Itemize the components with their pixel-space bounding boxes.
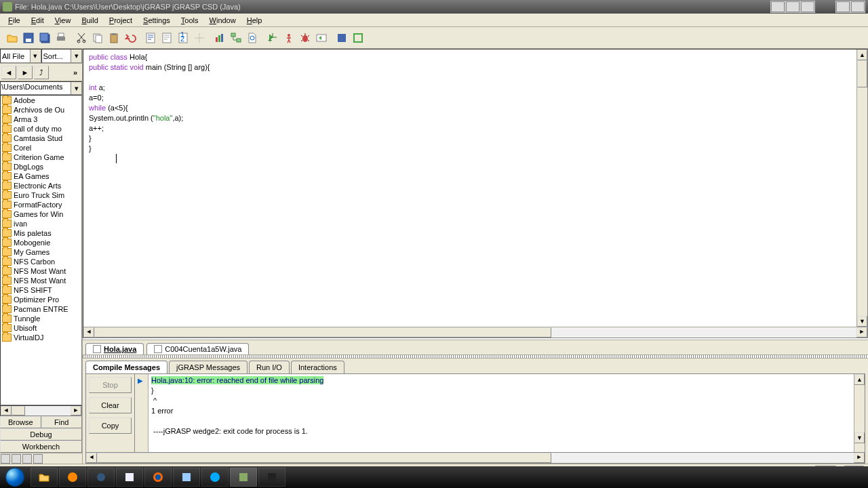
task-media[interactable] bbox=[59, 468, 86, 487]
task-notes[interactable] bbox=[116, 468, 143, 487]
cut-icon[interactable] bbox=[73, 30, 90, 46]
browse-button[interactable]: Browse bbox=[0, 416, 41, 428]
task-skype[interactable] bbox=[201, 468, 229, 487]
minimize-button[interactable]: _ bbox=[771, 1, 785, 12]
find-button[interactable]: Find bbox=[41, 416, 83, 428]
tree-item[interactable]: NFS Most Want bbox=[1, 276, 81, 285]
close-button[interactable]: ✕ bbox=[801, 1, 814, 12]
workbench-button[interactable]: Workbench bbox=[0, 441, 82, 453]
tree-item[interactable]: VirtualDJ bbox=[1, 333, 81, 342]
tree-item[interactable]: call of duty mo bbox=[1, 124, 81, 134]
path-input[interactable]: \Users\Documents▾ bbox=[0, 81, 82, 95]
tree-item[interactable]: Electronic Arts bbox=[1, 181, 81, 190]
menu-edit[interactable]: Edit bbox=[26, 15, 50, 26]
cpg-icon[interactable] bbox=[212, 30, 228, 46]
uml-icon[interactable] bbox=[228, 30, 244, 46]
status-icon[interactable] bbox=[33, 454, 43, 464]
tree-item[interactable]: Optimizer Pro bbox=[1, 295, 81, 304]
folder-tree[interactable]: AdobeArchivos de OuArma 3call of duty mo… bbox=[0, 95, 82, 405]
menu-help[interactable]: Help bbox=[241, 15, 268, 26]
status-icon[interactable] bbox=[12, 454, 21, 464]
tab-run-io[interactable]: Run I/O bbox=[249, 361, 290, 373]
task-explorer[interactable] bbox=[31, 468, 58, 487]
messages-vscroll[interactable]: ▲▼ bbox=[854, 374, 865, 452]
interactions-icon[interactable] bbox=[350, 30, 366, 46]
clear-button[interactable]: Clear bbox=[89, 397, 132, 413]
menu-tools[interactable]: Tools bbox=[176, 15, 204, 26]
menu-file[interactable]: File bbox=[3, 15, 26, 26]
tree-item[interactable]: Mobogenie bbox=[1, 238, 81, 247]
save-all-icon[interactable] bbox=[37, 30, 53, 46]
start-button[interactable] bbox=[0, 466, 30, 488]
tab-hola[interactable]: Hola.java bbox=[85, 343, 144, 354]
open-file-icon[interactable] bbox=[4, 30, 20, 46]
menu-settings[interactable]: Settings bbox=[138, 15, 176, 26]
stop-button[interactable]: Stop bbox=[89, 377, 132, 393]
task-cmd[interactable] bbox=[258, 468, 285, 487]
tree-item[interactable]: Camtasia Stud bbox=[1, 134, 81, 143]
tab-interactions[interactable]: Interactions bbox=[291, 361, 344, 373]
outer-close-button[interactable]: ✕ bbox=[851, 1, 865, 12]
nav-back-icon[interactable]: ◄ bbox=[1, 66, 16, 79]
file-filter-combo[interactable]: All File▾ bbox=[0, 49, 41, 63]
compile-output[interactable]: Hola.java:10: error: reached end of file… bbox=[149, 374, 854, 452]
tree-item[interactable]: Pacman ENTRE bbox=[1, 304, 81, 314]
nav-forward-icon[interactable]: ► bbox=[18, 66, 33, 79]
tab-jgrasp-messages[interactable]: jGRASP Messages bbox=[169, 361, 248, 373]
task-app1[interactable] bbox=[87, 468, 115, 487]
menu-view[interactable]: View bbox=[50, 15, 77, 26]
freeze-icon[interactable] bbox=[191, 30, 208, 46]
nav-expand-icon[interactable]: » bbox=[70, 68, 81, 77]
menu-project[interactable]: Project bbox=[104, 15, 138, 26]
run-icon[interactable] bbox=[281, 30, 297, 46]
maximize-button[interactable]: ❐ bbox=[786, 1, 800, 12]
run-args-icon[interactable] bbox=[313, 30, 330, 46]
tree-item[interactable]: EA Games bbox=[1, 171, 81, 181]
tree-item[interactable]: Archivos de Ou bbox=[1, 105, 81, 115]
task-jgrasp[interactable] bbox=[230, 468, 257, 487]
status-icon[interactable] bbox=[22, 454, 32, 464]
tab-c004[interactable]: C004Cuenta1a5W.java bbox=[146, 343, 249, 354]
csd-remove-icon[interactable] bbox=[159, 30, 175, 46]
tree-item[interactable]: NFS Carbon bbox=[1, 257, 81, 266]
tree-item[interactable]: Euro Truck Sim bbox=[1, 190, 81, 200]
print-icon[interactable] bbox=[53, 30, 69, 46]
task-app2[interactable] bbox=[173, 468, 200, 487]
compile-icon[interactable]: + bbox=[264, 30, 281, 46]
debug-button[interactable]: Debug bbox=[0, 428, 82, 441]
editor-hscroll[interactable]: ◄► bbox=[83, 327, 867, 338]
csd-generate-icon[interactable] bbox=[142, 30, 159, 46]
tree-item[interactable]: Games for Win bbox=[1, 209, 81, 219]
line-numbers-icon[interactable]: 12 bbox=[175, 30, 191, 46]
tree-item[interactable]: Adobe bbox=[1, 96, 81, 105]
tree-item[interactable]: DbgLogs bbox=[1, 162, 81, 171]
tree-item[interactable]: My Games bbox=[1, 247, 81, 257]
outer-restore-button[interactable]: ❐ bbox=[836, 1, 850, 12]
tree-item[interactable]: FormatFactory bbox=[1, 200, 81, 209]
task-firefox[interactable] bbox=[144, 468, 172, 487]
menu-window[interactable]: Window bbox=[204, 15, 241, 26]
tree-hscroll[interactable]: ◄► bbox=[0, 405, 82, 416]
tree-item[interactable]: Arma 3 bbox=[1, 115, 81, 124]
doc-icon[interactable] bbox=[244, 30, 260, 46]
editor-vscroll[interactable]: ▲ ▼ bbox=[856, 49, 867, 327]
code-text[interactable]: public class Hola{ public static void ma… bbox=[83, 49, 856, 327]
nav-up-icon[interactable]: ⤴ bbox=[34, 66, 49, 79]
tab-compile-messages[interactable]: Compile Messages bbox=[85, 361, 167, 373]
tree-item[interactable]: Corel bbox=[1, 143, 81, 152]
messages-hscroll[interactable]: ◄► bbox=[85, 453, 865, 464]
copy-button[interactable]: Copy bbox=[89, 418, 132, 434]
tree-item[interactable]: Tunngle bbox=[1, 314, 81, 323]
viewer-icon[interactable] bbox=[334, 30, 350, 46]
code-editor[interactable]: public class Hola{ public static void ma… bbox=[83, 49, 867, 327]
undo-icon[interactable] bbox=[122, 30, 138, 46]
debug-icon[interactable] bbox=[297, 30, 313, 46]
tree-item[interactable]: NFS SHIFT bbox=[1, 285, 81, 295]
tree-item[interactable]: NFS Most Want bbox=[1, 266, 81, 276]
tree-item[interactable]: Criterion Game bbox=[1, 152, 81, 162]
copy-icon[interactable] bbox=[90, 30, 106, 46]
status-icon[interactable] bbox=[1, 454, 10, 464]
menu-build[interactable]: Build bbox=[76, 15, 103, 26]
tree-item[interactable]: Ubisoft bbox=[1, 323, 81, 333]
tree-item[interactable]: ivan bbox=[1, 219, 81, 228]
